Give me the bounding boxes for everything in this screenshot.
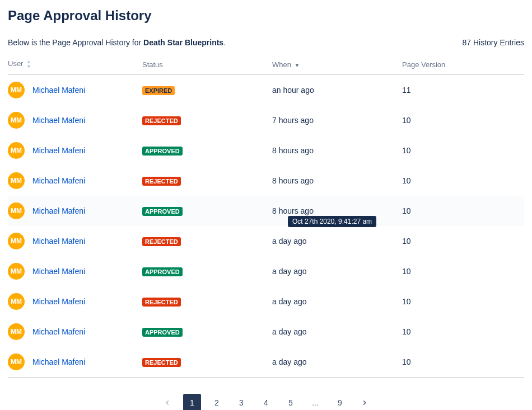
page-button-1[interactable]: 1 — [183, 394, 201, 410]
subtitle-suffix: . — [223, 38, 226, 47]
column-header-version-label: Page Version — [402, 60, 445, 69]
status-badge: REJECTED — [142, 237, 181, 246]
avatar: MM — [8, 202, 25, 219]
avatar: MM — [8, 142, 25, 159]
version-cell: 10 — [402, 317, 524, 347]
page-button-4[interactable]: 4 — [257, 394, 275, 410]
chevron-right-icon — [361, 399, 368, 407]
page-button-5[interactable]: 5 — [282, 394, 300, 410]
when-cell: an hour ago — [272, 74, 402, 105]
column-header-status[interactable]: Status — [142, 56, 272, 74]
subtitle-page-name: Death Star Blueprints — [143, 38, 223, 47]
subtitle: Below is the Page Approval History for D… — [8, 38, 226, 47]
version-cell: 10 — [402, 256, 524, 286]
status-badge: REJECTED — [142, 116, 181, 125]
table-row[interactable]: MMMichael MafeniREJECTED8 hours ago10 — [8, 166, 524, 196]
subheader-row: Below is the Page Approval History for D… — [8, 38, 524, 47]
version-cell: 10 — [402, 226, 524, 256]
user-cell: MMMichael Mafeni — [8, 263, 142, 280]
avatar: MM — [8, 354, 25, 370]
user-cell: MMMichael Mafeni — [8, 354, 142, 370]
user-link[interactable]: Michael Mafeni — [32, 267, 85, 276]
status-badge: REJECTED — [142, 358, 181, 367]
user-link[interactable]: Michael Mafeni — [32, 116, 85, 125]
status-badge: APPROVED — [142, 147, 183, 155]
user-cell: MMMichael Mafeni — [8, 82, 142, 98]
avatar: MM — [8, 233, 25, 249]
column-header-version[interactable]: Page Version — [402, 56, 524, 74]
status-badge: APPROVED — [142, 267, 183, 276]
column-header-user[interactable]: User ▲▼ — [8, 56, 142, 74]
user-cell: MMMichael Mafeni — [8, 202, 142, 219]
when-cell: a day ago — [272, 226, 402, 256]
user-cell: MMMichael Mafeni — [8, 323, 142, 340]
page-button-2[interactable]: 2 — [208, 394, 226, 410]
user-link[interactable]: Michael Mafeni — [32, 206, 85, 215]
version-cell: 10 — [402, 135, 524, 166]
pagination-next[interactable] — [356, 394, 374, 410]
sort-desc-icon: ▼ — [295, 62, 300, 68]
version-cell: 10 — [402, 347, 524, 378]
when-cell: a day ago — [272, 347, 402, 378]
pagination-prev[interactable] — [158, 394, 176, 410]
table-row[interactable]: MMMichael MafeniREJECTEDa day ago10 — [8, 286, 524, 317]
version-cell: 10 — [402, 286, 524, 317]
version-cell: 11 — [402, 74, 524, 105]
when-cell: 8 hours ago — [272, 135, 402, 166]
user-link[interactable]: Michael Mafeni — [32, 237, 85, 246]
timestamp-tooltip: Oct 27th 2020, 9:41:27 am — [288, 216, 376, 227]
table-row[interactable]: MMMichael MafeniEXPIREDan hour ago11 — [8, 74, 524, 105]
status-badge: REJECTED — [142, 177, 181, 186]
user-link[interactable]: Michael Mafeni — [32, 357, 85, 366]
chevron-left-icon — [164, 399, 171, 407]
when-cell: a day ago — [272, 286, 402, 317]
version-cell: 10 — [402, 196, 524, 226]
when-cell: 7 hours ago — [272, 105, 402, 135]
when-cell: 8 hours ago — [272, 166, 402, 196]
avatar: MM — [8, 293, 25, 310]
history-table: User ▲▼ Status When ▼ Page Version MMMic… — [8, 56, 524, 378]
table-row[interactable]: MMMichael MafeniAPPROVED8 hours ago10 — [8, 135, 524, 166]
page-ellipsis: ... — [306, 394, 324, 410]
avatar: MM — [8, 172, 25, 189]
user-link[interactable]: Michael Mafeni — [32, 146, 85, 155]
table-row[interactable]: MMMichael MafeniAPPROVED8 hours agoOct 2… — [8, 196, 524, 226]
column-header-status-label: Status — [142, 60, 163, 69]
user-link[interactable]: Michael Mafeni — [32, 297, 85, 306]
table-row[interactable]: MMMichael MafeniREJECTED7 hours ago10 — [8, 105, 524, 135]
page-title: Page Approval History — [8, 8, 524, 23]
user-cell: MMMichael Mafeni — [8, 293, 142, 310]
avatar: MM — [8, 112, 25, 129]
status-badge: APPROVED — [142, 207, 183, 216]
table-row[interactable]: MMMichael MafeniAPPROVEDa day ago10 — [8, 317, 524, 347]
status-badge: APPROVED — [142, 328, 183, 337]
column-header-when-label: When — [272, 60, 291, 69]
when-cell: a day ago — [272, 256, 402, 286]
avatar: MM — [8, 323, 25, 340]
when-cell: 8 hours agoOct 27th 2020, 9:41:27 am — [272, 196, 402, 226]
when-cell: a day ago — [272, 317, 402, 347]
subtitle-prefix: Below is the Page Approval History for — [8, 38, 143, 47]
user-cell: MMMichael Mafeni — [8, 233, 142, 249]
status-badge: EXPIRED — [142, 86, 175, 95]
avatar: MM — [8, 263, 25, 280]
column-header-when[interactable]: When ▼ — [272, 56, 402, 74]
status-badge: REJECTED — [142, 298, 181, 307]
user-cell: MMMichael Mafeni — [8, 112, 142, 129]
user-cell: MMMichael Mafeni — [8, 142, 142, 159]
avatar: MM — [8, 82, 25, 98]
table-row[interactable]: MMMichael MafeniREJECTEDa day ago10 — [8, 347, 524, 378]
user-link[interactable]: Michael Mafeni — [32, 176, 85, 185]
table-row[interactable]: MMMichael MafeniREJECTEDa day ago10 — [8, 226, 524, 256]
page-button-3[interactable]: 3 — [232, 394, 250, 410]
sort-both-icon: ▲▼ — [26, 59, 31, 69]
page-button-9[interactable]: 9 — [331, 394, 349, 410]
table-row[interactable]: MMMichael MafeniAPPROVEDa day ago10 — [8, 256, 524, 286]
user-cell: MMMichael Mafeni — [8, 172, 142, 189]
user-link[interactable]: Michael Mafeni — [32, 327, 85, 336]
user-link[interactable]: Michael Mafeni — [32, 86, 85, 95]
version-cell: 10 — [402, 166, 524, 196]
pagination: 12345...9 — [8, 394, 524, 410]
entries-count: 87 History Entries — [463, 38, 524, 47]
column-header-user-label: User — [8, 59, 23, 68]
